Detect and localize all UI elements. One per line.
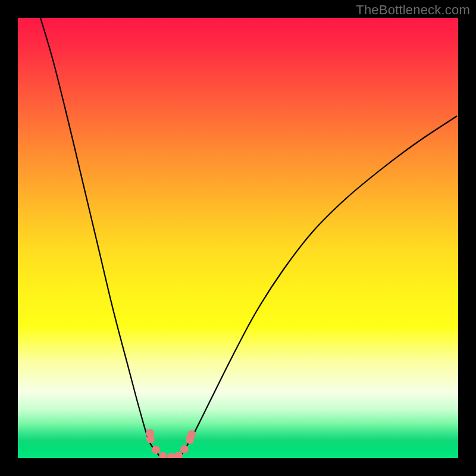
valley-marker	[180, 445, 189, 453]
valley-marker	[167, 453, 176, 458]
valley-marker	[174, 452, 183, 458]
valley-marker	[187, 430, 196, 439]
valley-marker	[152, 446, 160, 454]
chart-frame: TheBottleneck.com	[0, 0, 476, 476]
valley-marker	[146, 435, 155, 443]
curve-group	[40, 18, 457, 458]
watermark-text: TheBottleneck.com	[356, 2, 470, 18]
valley-marker	[159, 452, 167, 458]
curve-layer	[18, 18, 458, 458]
plot-area	[18, 18, 458, 458]
bottleneck-curve	[40, 18, 457, 458]
